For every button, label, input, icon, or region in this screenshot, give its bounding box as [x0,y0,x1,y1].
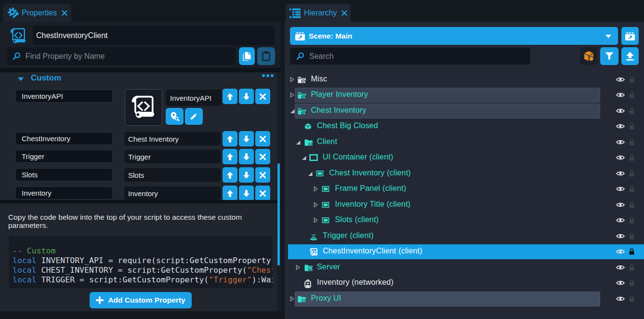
visibility-eye-icon[interactable] [616,279,625,289]
property-value-field[interactable]: Inventory [124,186,221,200]
edit-asset-button[interactable] [185,108,203,125]
visibility-eye-icon[interactable] [616,295,625,305]
visibility-eye-icon[interactable] [616,216,625,226]
copy-properties-button[interactable] [239,47,255,65]
visibility-eye-icon[interactable] [616,264,625,273]
scrollbar-thumb[interactable] [277,163,280,266]
object-name-input[interactable]: ChestInventoryClient [33,26,275,45]
property-value-field[interactable]: Slots [124,168,221,182]
add-custom-property-button[interactable]: Add Custom Property [90,292,192,308]
lock-icon[interactable] [628,248,635,258]
tree-item-inventory-networked[interactable]: Inventory (networked) [285,276,644,291]
move-property-down-button[interactable] [239,89,254,104]
visibility-eye-icon[interactable] [616,76,625,85]
tree-item-inventory-title-client[interactable]: Inventory Title (client) [285,198,644,213]
hierarchy-search-input[interactable]: Search [290,48,530,65]
tree-item-misc[interactable]: Misc [285,72,644,87]
show-packages-button[interactable] [580,47,597,65]
tree-item-trigger-client[interactable]: Trigger (client) [285,229,644,244]
property-name-field[interactable]: InventoryAPI [15,90,113,103]
lock-icon[interactable] [628,201,635,211]
property-name-field[interactable]: Trigger [15,150,113,163]
visibility-eye-icon[interactable] [616,248,625,257]
expand-toggle-icon[interactable] [289,92,295,100]
move-property-up-button[interactable] [223,131,237,146]
script-snippet-code[interactable]: -- Customlocal INVENTORY_API = require(s… [9,236,273,288]
lock-icon[interactable] [628,185,635,195]
find-asset-button[interactable] [166,108,184,125]
lock-icon[interactable] [628,138,635,148]
visibility-eye-icon[interactable] [616,201,625,211]
tab-properties[interactable]: Properties [3,4,71,22]
tree-item-proxy-ui[interactable]: Proxy UI [285,292,644,306]
asset-reference-field[interactable]: InventoryAPI [166,90,222,106]
lock-icon[interactable] [628,107,635,117]
tree-item-chest-inventory[interactable]: Chest Inventory [285,104,644,119]
property-name-field[interactable]: Slots [15,168,113,181]
lock-icon[interactable] [628,154,635,164]
custom-section-header[interactable]: Custom [0,72,281,87]
scene-manager-button[interactable] [621,27,639,45]
property-value-field[interactable]: Trigger [124,150,221,163]
lock-icon[interactable] [628,264,635,274]
delete-property-button[interactable] [255,167,270,183]
lock-icon[interactable] [628,232,635,242]
tree-item-slots-client[interactable]: Slots (client) [285,213,644,228]
move-property-down-button[interactable] [239,167,254,183]
tree-item-player-inventory[interactable]: Player Inventory [285,88,644,103]
close-hierarchy-icon[interactable] [341,10,348,16]
section-collapse-icon[interactable] [17,75,24,83]
visibility-eye-icon[interactable] [616,185,625,195]
section-menu-icon[interactable] [262,74,274,77]
delete-property-button[interactable] [255,186,270,201]
filter-button[interactable] [600,47,618,65]
move-property-down-button[interactable] [239,186,254,201]
expand-toggle-icon[interactable] [313,217,318,226]
expand-toggle-icon[interactable] [289,295,295,304]
move-property-down-button[interactable] [239,131,254,146]
tab-hierarchy[interactable]: Hierarchy [286,4,351,22]
expand-toggle-icon[interactable] [295,264,301,273]
property-value-field[interactable]: Chest Inventory [124,132,221,146]
tree-item-frame-panel-client[interactable]: Frame Panel (client) [285,182,644,197]
move-property-up-button[interactable] [223,167,237,183]
visibility-eye-icon[interactable] [616,91,625,101]
tree-item-chest-big-closed[interactable]: Chest Big Closed [285,119,644,134]
close-properties-icon[interactable] [61,10,68,16]
collapse-toggle-icon[interactable] [307,170,313,179]
delete-property-button[interactable] [255,149,270,164]
tree-item-client[interactable]: Client [285,135,644,150]
collapse-toggle-icon[interactable] [301,154,307,163]
lock-icon[interactable] [628,279,635,289]
lock-icon[interactable] [628,91,635,101]
scene-selector-dropdown[interactable]: Scene: Main [290,27,618,45]
move-property-down-button[interactable] [239,149,254,164]
tree-item-chestinventoryclient-client[interactable]: ChestInventoryClient (client) [285,244,644,259]
visibility-eye-icon[interactable] [616,170,625,179]
find-property-input[interactable]: Find Property by Name [7,47,236,65]
move-property-up-button[interactable] [223,149,237,164]
tree-item-ui-container-client[interactable]: UI Container (client) [285,150,644,165]
delete-property-button[interactable] [255,89,270,104]
publish-button[interactable] [621,47,639,65]
collapse-toggle-icon[interactable] [289,107,295,116]
lock-icon[interactable] [628,122,635,133]
lock-icon[interactable] [628,216,635,226]
paste-properties-button[interactable] [257,47,275,65]
property-name-field[interactable]: Inventory [15,186,113,199]
visibility-eye-icon[interactable] [616,154,625,163]
collapse-toggle-icon[interactable] [295,139,301,147]
asset-thumbnail[interactable] [125,89,162,126]
tree-item-server[interactable]: Server [285,260,644,275]
visibility-eye-icon[interactable] [616,107,625,117]
visibility-eye-icon[interactable] [616,232,625,242]
property-name-field[interactable]: ChestInventory [15,132,113,145]
lock-icon[interactable] [628,76,635,86]
move-property-up-button[interactable] [223,186,237,201]
expand-toggle-icon[interactable] [313,186,318,194]
expand-toggle-icon[interactable] [313,201,318,210]
tree-item-chest-inventory-client[interactable]: Chest Inventory (client) [285,166,644,181]
visibility-eye-icon[interactable] [616,122,625,132]
lock-icon[interactable] [628,295,635,305]
lock-icon[interactable] [628,170,635,180]
